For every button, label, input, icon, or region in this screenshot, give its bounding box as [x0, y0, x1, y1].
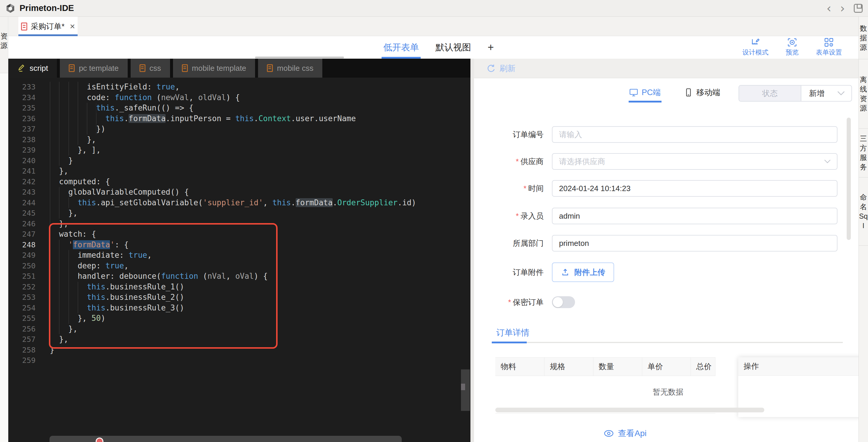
code-line-text: this.businessRule_3() [50, 303, 184, 313]
add-view-button[interactable]: + [488, 36, 494, 59]
tab-mobile[interactable]: 移动端 [684, 78, 720, 107]
field-label-text: 时间 [528, 183, 544, 194]
line-number: 259 [8, 355, 44, 366]
text-input[interactable]: primeton [552, 235, 837, 252]
order-details-title: 订单详情 [496, 327, 529, 338]
editor-tab-mobile-css[interactable]: mobile css [258, 59, 322, 77]
status-control: 状态 新增 [739, 85, 852, 102]
form-field-保密订单: *保密订单 [474, 296, 859, 308]
required-asterisk-icon: * [516, 212, 519, 221]
tab-pc-label: PC端 [642, 87, 661, 98]
indent-guides [50, 292, 87, 303]
preview-vertical-scrollbar[interactable] [847, 118, 851, 240]
notification-dot-icon [96, 438, 103, 442]
sidebar-item-离线资源[interactable]: 离线资源 [859, 59, 868, 129]
text-input[interactable]: 请输入 [552, 126, 837, 143]
table-header-action: 操作 [738, 357, 859, 376]
code-line: 241}, [8, 166, 470, 177]
editor-vertical-scrollbar[interactable] [461, 370, 470, 411]
view-api-label: 查看Api [618, 428, 646, 439]
tab-pc[interactable]: PC端 [629, 78, 661, 107]
text-input[interactable]: 2024-01-24 10:14:23 [552, 180, 837, 197]
editor-tab-mobile-template[interactable]: mobile template [173, 59, 255, 77]
indent-guides [50, 250, 78, 261]
line-number: 239 [8, 145, 44, 156]
view-tab-低开表单[interactable]: 低开表单 [383, 36, 419, 59]
preview-button[interactable]: 预览 [786, 37, 799, 57]
panel-divider [470, 59, 474, 442]
indent-guides [50, 282, 87, 292]
indent-guides [50, 187, 68, 198]
status-select[interactable]: 新增 [801, 86, 851, 101]
code-line: 249immediate: true, [8, 250, 470, 261]
code-line: 251handler: debounce(function (nVal, oVa… [8, 271, 470, 282]
code-line-text: }) [50, 124, 105, 134]
design-mode-button[interactable]: 设计模式 [742, 37, 769, 57]
editor-tab-pc-template[interactable]: pc template [60, 59, 127, 77]
line-number: 244 [8, 198, 44, 208]
required-asterisk-icon: * [516, 157, 519, 166]
chevron-down-icon [824, 159, 831, 163]
field-label: *时间 [474, 180, 544, 197]
editor-tab-script[interactable]: script [8, 59, 57, 77]
indent-guides [50, 271, 78, 282]
view-tabs-row: 低开表单默认视图+ 设计模式 预览 表单设置 [8, 36, 859, 59]
refresh-button[interactable]: 刷新 [487, 59, 516, 78]
sidebar-item-三方服务[interactable]: 三方服务 [859, 129, 868, 178]
code-area[interactable]: 233isEntityField: true,234code: function… [8, 77, 470, 442]
refresh-bar: 刷新 [474, 59, 859, 78]
tab-purchase-order[interactable]: 采购订单* × [19, 17, 78, 36]
code-line-text: }, [50, 166, 68, 177]
editor-tab-label: mobile template [192, 64, 246, 73]
code-line-text: }, [50, 208, 78, 219]
form-settings-button[interactable]: 表单设置 [816, 37, 842, 57]
rail-item-label: 命名Sql [859, 193, 868, 230]
table-column-规格: 规格 [545, 357, 593, 376]
sidebar-item-命名sql[interactable]: 命名Sql [859, 178, 868, 246]
indent-guides [50, 261, 78, 271]
code-line: 250deep: true, [8, 261, 470, 271]
editor-tab-css[interactable]: css [131, 59, 170, 77]
sidebar-item-resources[interactable]: 资源 [0, 17, 8, 73]
save-icon[interactable] [854, 4, 863, 13]
form-field-所属部门: 所属部门primeton [474, 235, 859, 252]
code-line: 245}, [8, 208, 470, 219]
bottom-popup [50, 436, 402, 442]
line-number: 236 [8, 114, 44, 124]
code-line: 252this.businessRule_1() [8, 282, 470, 292]
line-number: 247 [8, 229, 44, 240]
status-value: 新增 [809, 88, 825, 99]
indent-guides [50, 219, 59, 229]
code-line-text: }, [50, 219, 68, 229]
select-field[interactable]: 请选择供应商 [552, 153, 837, 170]
phone-icon [684, 88, 693, 97]
code-line-text: this.api_setGlobalVariable('supplier_id'… [50, 198, 416, 208]
table-horizontal-scrollbar[interactable] [495, 408, 764, 412]
upload-button-label: 附件上传 [575, 267, 605, 278]
required-asterisk-icon: * [524, 184, 526, 193]
toggle-switch[interactable] [552, 296, 575, 308]
design-mode-label: 设计模式 [742, 48, 769, 57]
editor-tab-label: mobile css [277, 64, 313, 73]
view-tab-默认视图[interactable]: 默认视图 [435, 36, 471, 59]
forward-icon[interactable]: › [840, 2, 845, 14]
back-icon[interactable]: ‹ [827, 2, 831, 14]
form-field-时间: *时间2024-01-24 10:14:23 [474, 180, 859, 197]
indent-guides [50, 134, 87, 145]
line-number: 253 [8, 292, 44, 303]
indent-guides [50, 198, 78, 208]
field-label: *保密订单 [474, 296, 544, 308]
view-api-link[interactable]: 查看Api [604, 428, 646, 439]
upload-button[interactable]: 附件上传 [552, 262, 614, 282]
editor-horizontal-scrollbar[interactable] [255, 57, 344, 58]
line-number: 246 [8, 219, 44, 229]
text-input[interactable]: admin [552, 208, 837, 224]
sidebar-item-数据源[interactable]: 数据源 [859, 17, 868, 59]
code-line-text: this.formData.inputPerson = this.Context… [50, 114, 356, 124]
primeton-logo-icon [5, 3, 16, 13]
indent-guides [50, 114, 105, 124]
close-icon[interactable]: × [70, 21, 75, 31]
indent-guides [50, 166, 59, 177]
pencil-icon [17, 64, 26, 72]
code-line: 253this.businessRule_2() [8, 292, 470, 303]
